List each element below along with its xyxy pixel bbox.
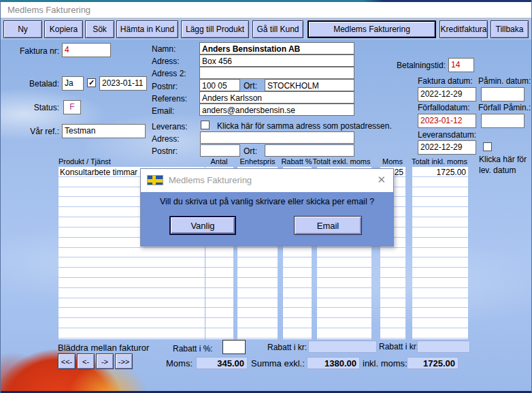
pamin-datum-label: Påmin. datum: — [478, 76, 531, 86]
betalad-date-field[interactable]: 2023-01-11 — [99, 76, 147, 91]
print-dialog: Medlems Fakturering ✕ Vill du skriva ut … — [140, 168, 394, 247]
close-icon[interactable]: ✕ — [377, 174, 386, 186]
email-button[interactable]: Email — [294, 216, 362, 235]
dialog-message: Vill du skriva ut på vanlig skrivare ell… — [141, 197, 393, 206]
status-field[interactable]: F — [63, 100, 81, 114]
faktura-nr-field[interactable]: 4 — [62, 43, 111, 57]
postnr-label: Postnr: — [152, 82, 178, 91]
col-header-totalt-inkl: Totalt inkl. moms — [411, 157, 468, 166]
forfall-pamin-label: Förfall Påmin.: — [478, 103, 531, 112]
moms-label: Moms: — [166, 358, 193, 368]
checkmark-icon: ✓ — [88, 78, 95, 87]
var-ref-field[interactable]: Testman — [62, 124, 146, 138]
row1-produkt[interactable]: Konsultarbete timmar — [60, 168, 137, 177]
forfall-pamin-field[interactable] — [481, 114, 525, 128]
window-titlebar: Medlems Fakturering — [1, 2, 532, 18]
referens-field[interactable]: Anders Karlsson — [199, 91, 354, 104]
row1-totalt-inkl[interactable]: 1725.00 — [412, 168, 466, 177]
toolbar-button-ny[interactable]: Ny — [3, 20, 42, 38]
summa-exkl-total: 1380.00 — [307, 357, 360, 369]
status-label: Status: — [18, 103, 59, 112]
namn-label: Namn: — [152, 44, 176, 54]
leveransdatum-label: Leveransdatum: — [418, 130, 476, 140]
leverans-label: Leverans: — [152, 122, 188, 131]
leverans-checkbox[interactable] — [201, 121, 210, 129]
referens-label: Referens: — [152, 94, 187, 104]
col-header-antal: Antal — [205, 157, 233, 166]
betalad-checkbox[interactable]: ✓ — [87, 78, 96, 87]
col-header-produkt: Produkt / Tjänst — [59, 157, 111, 166]
inkl-moms-total: 1725.00 — [407, 357, 459, 369]
leveransdatum-field[interactable]: 2022-12-29 — [418, 140, 476, 155]
col-header-totalt-exkl: Totalt exkl. moms — [310, 157, 373, 166]
adress2-label: Adress 2: — [152, 69, 186, 78]
col-header-moms: Moms — [379, 157, 406, 166]
toolbar-button-tillbaka[interactable]: Tillbaka — [491, 20, 529, 38]
toolbar-button-ga-till-kund[interactable]: Gå till Kund — [252, 20, 303, 38]
var-ref-label: Vår ref.: — [12, 127, 59, 136]
col-header-enhetspris: Enhetspris — [237, 157, 278, 166]
dialog-title: Medlems Fakturering — [169, 175, 252, 185]
toolbar-button-sok[interactable]: Sök — [85, 20, 114, 38]
rabatt-pct-label: Rabatt i %: — [173, 344, 213, 353]
toolbar-button-medlems-fakturering[interactable]: Medlems Fakturering — [307, 20, 436, 38]
toolbar-button-lagg-till-produkt[interactable]: Lägg till Produkt — [181, 20, 249, 38]
nav-prev-button[interactable]: <- — [77, 353, 95, 369]
lev-datum-note-line1: Klicka här för — [479, 155, 527, 164]
inkl-moms-label: inkl. moms: — [363, 358, 408, 368]
summa-exkl-label: Summa exkl.: — [251, 358, 305, 368]
rabatt-kr2-field[interactable] — [417, 341, 470, 353]
betalningstid-field[interactable]: 14 — [448, 58, 474, 72]
betalad-field[interactable]: Ja — [62, 76, 84, 91]
browse-label: Bläddra mellan fakturor — [58, 343, 149, 353]
adress-label: Adress: — [152, 57, 180, 66]
rabatt-kr2-label: Rabatt i kr: — [379, 342, 418, 351]
col-header-rabatt: Rabatt % — [280, 157, 314, 166]
faktura-datum-label: Faktura datum: — [418, 76, 473, 86]
betalningstid-label: Betalningstid: — [384, 61, 446, 70]
app-window: Medlems Fakturering Ny Kopiera Sök Hämta… — [0, 0, 532, 393]
adress-field[interactable]: Box 456 — [199, 54, 354, 67]
ort-label: Ort: — [244, 81, 257, 91]
leverans-postnr-field[interactable] — [200, 144, 240, 157]
table-column-totalt-inkl[interactable] — [412, 167, 468, 339]
toolbar: Ny Kopiera Sök Hämta in Kund Lägg till P… — [1, 18, 532, 40]
leverans-postnr-label: Postnr: — [152, 146, 178, 156]
forfallodatum-field[interactable]: 2023-01-12 — [418, 114, 476, 128]
ort-field[interactable]: STOCKHOLM — [265, 79, 354, 91]
toolbar-button-kreditfaktura[interactable]: Kreditfaktura — [439, 20, 488, 38]
faktura-nr-label: Faktura nr: — [12, 46, 59, 56]
leverans-ort-label: Ort: — [244, 146, 257, 156]
rabatt-kr1-label: Rabatt i kr: — [267, 343, 307, 352]
rabatt-kr1-field[interactable] — [308, 341, 377, 353]
toolbar-button-hamta-in-kund[interactable]: Hämta in Kund — [116, 20, 178, 38]
nav-first-button[interactable]: <<- — [58, 353, 76, 369]
postnr-field[interactable]: 100 05 — [199, 79, 240, 91]
toolbar-button-kopiera[interactable]: Kopiera — [44, 20, 83, 38]
nav-next-button[interactable]: -> — [96, 353, 114, 369]
moms-total: 345.00 — [196, 357, 248, 369]
faktura-datum-field[interactable]: 2022-12-29 — [418, 87, 476, 101]
email-label: Email: — [152, 106, 174, 116]
dialog-titlebar[interactable]: Medlems Fakturering ✕ — [141, 169, 393, 192]
betalad-label: Betalad: — [18, 79, 59, 89]
leverans-adress-field[interactable] — [200, 131, 354, 144]
forfallodatum-label: Förfallodatum: — [418, 103, 470, 112]
lev-datum-note-line2: lev. datum — [479, 166, 516, 175]
leverans-ort-field[interactable] — [265, 144, 354, 157]
namn-field[interactable]: Anders Bensinstation AB — [199, 42, 354, 54]
pamin-datum-field[interactable] — [481, 87, 525, 101]
email-field[interactable]: anders@andersbensin.se — [199, 104, 354, 116]
adress2-field[interactable] — [199, 67, 354, 79]
window-title: Medlems Fakturering — [7, 5, 90, 15]
swedish-flag-icon — [147, 175, 163, 185]
nav-last-button[interactable]: ->> — [115, 353, 133, 369]
lev-datum-checkbox[interactable] — [483, 142, 492, 151]
vanlig-button[interactable]: Vanlig — [169, 216, 236, 235]
same-address-note: Klicka här för samma adress som postadre… — [217, 121, 392, 131]
rabatt-pct-field[interactable] — [222, 340, 246, 354]
leverans-adress-label: Adress: — [152, 134, 180, 144]
